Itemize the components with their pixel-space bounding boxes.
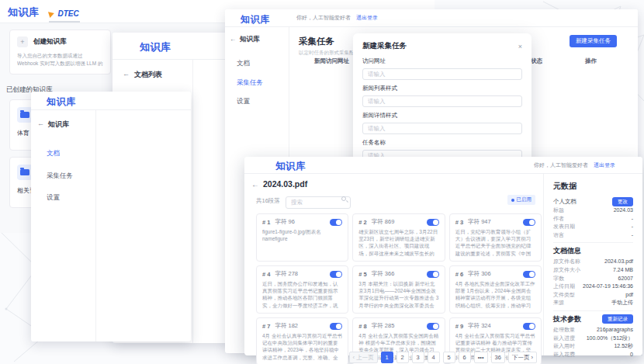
pagination-next[interactable]: 下一页 › (508, 352, 537, 363)
close-icon[interactable]: × (518, 43, 522, 50)
doc-list-back-label[interactable]: 文档列表 (134, 70, 162, 80)
create-kb-card[interactable]: + 创建知识库 导入您自己的文本数据或通过 Webhook 实时写入数据以增强 … (9, 29, 111, 75)
screen-d-topbar: 知识库 你好，人工智能爱好者 退出登录 (225, 9, 638, 27)
segment-toggle[interactable] (427, 219, 439, 226)
pagination-ellipsis[interactable]: ••• (474, 352, 488, 363)
app-logo-text: 知识库 (275, 160, 306, 173)
segments-main: ← 2024.03.pdf 共16段落 已启用 # 1字符 96 figure1… (244, 174, 543, 355)
segment-card[interactable]: # 3字符 947 近日，党纪学习教育领导小组（扩大）会议强调，要深入学习贯彻习… (449, 213, 542, 262)
new-collect-task-button[interactable]: 新建采集任务 (570, 35, 617, 47)
table-col-status: 状态 (531, 57, 542, 65)
segment-toggle[interactable] (330, 323, 342, 330)
enabled-filter-label: 已启用 (517, 196, 532, 203)
segment-card[interactable]: # 6字符 306 4月 各地扎实推进全面深化改革工作部署 1月份以来，2024… (449, 265, 542, 314)
screenshot-c-window: 知识库 ← 知识库 文档 采集任务 设置 (31, 92, 191, 341)
field-label-task-name: 任务名称 (362, 139, 522, 147)
segment-chars: 字符 96 (275, 218, 294, 226)
pagination-page-3[interactable]: 3 (412, 352, 424, 363)
back-arrow-icon[interactable]: ← (230, 35, 237, 43)
logo-wordmark: DTEC (57, 9, 78, 18)
re-embed-button[interactable]: 重新记录 (602, 314, 633, 324)
pagination-page-last[interactable]: 36 (491, 352, 505, 363)
app-logo-text: 知识库 (241, 13, 270, 26)
segment-text: 近日，国务院办公厅印发通知，认真贯彻落实习近平总书记重要指示精神，推动各地区各部… (262, 280, 342, 309)
segment-number: # 7 (262, 323, 270, 330)
pagination-page-6[interactable]: 6 (459, 352, 471, 363)
detail-style-field[interactable] (362, 123, 522, 134)
doc-info-title: 文档信息 (553, 246, 633, 256)
sidebar-item-collect-tasks[interactable]: 采集任务 (47, 172, 73, 181)
meta-value: 手动上传 (611, 299, 633, 307)
segment-toggle[interactable] (427, 323, 439, 330)
kb-back-label[interactable]: 知识库 (240, 35, 260, 44)
pagination-page-4[interactable]: 4 (428, 352, 440, 363)
company-logo: DTEC (49, 6, 80, 23)
logo-arrow-icon (48, 10, 55, 18)
meta-key: 作者 (553, 215, 564, 224)
meta-key: 嵌入花费 (553, 351, 575, 359)
meta-value: 62007 (618, 275, 633, 283)
modal-title: 新建采集任务 (362, 41, 407, 51)
meta-value: 2024-07-19 15:46:36 (583, 283, 633, 291)
pagination-page-5[interactable]: 5 (443, 352, 455, 363)
meta-key: 上传日期 (553, 283, 575, 291)
segment-toggle[interactable] (523, 219, 535, 226)
segment-card[interactable]: # 1字符 96 figure1-figure-0.jpg/图表名 namefi… (256, 213, 348, 262)
segment-toggle[interactable] (523, 323, 535, 330)
segment-text: 雄安新区设立七周年之际，3月22日至23日，新华社调研组走进雄安新区，深入街巷社… (358, 228, 438, 257)
sidebar-divider (95, 110, 96, 341)
meta-value: 100.00%（512段） (587, 335, 633, 343)
back-arrow-icon[interactable]: ← (123, 70, 130, 78)
back-arrow-icon[interactable]: ← (37, 120, 44, 127)
sidebar-item-docs[interactable]: 文档 (237, 59, 250, 68)
meta-value: - (632, 223, 633, 231)
segment-card[interactable]: # 4字符 278 近日，国务院办公厅印发通知，认真贯彻落实习近平总书记重要指示… (256, 265, 348, 314)
logout-link[interactable]: 退出登录 (356, 14, 378, 22)
segment-toggle[interactable] (330, 219, 342, 226)
doc-type-label: 个人文档 (553, 198, 576, 206)
change-doc-type-button[interactable]: 更改 (612, 197, 633, 206)
segment-count: 共16段落 (256, 197, 280, 205)
metadata-panel: 元数据 个人文档 更改 标题2024.03 作者- 发表日期- 语言- 文档信息… (544, 174, 642, 355)
segment-card[interactable]: # 2字符 869 雄安新区设立七周年之际，3月22日至23日，新华社调研组走进… (352, 213, 445, 262)
segment-toggle[interactable] (523, 271, 535, 278)
pagination-page-2[interactable]: 2 (396, 352, 409, 363)
screenshot-e-window: 知识库 你好，人工智能爱好者 退出登录 ← 2024.03.pdf 共16段落 … (244, 157, 642, 355)
sidebar-item-settings[interactable]: 设置 (237, 97, 250, 106)
url-field[interactable] (362, 68, 522, 80)
sidebar-item-collect-tasks[interactable]: 采集任务 (237, 78, 263, 88)
meta-value: 0 (630, 351, 633, 359)
table-col-action: 操作 (585, 57, 597, 65)
segment-text: figure1-figure-0.jpg/图表名 namefigure (262, 228, 342, 242)
meta-value: 2024.03.pdf (604, 258, 633, 266)
search-box (286, 193, 351, 206)
sidebar-item-docs[interactable]: 文档 (47, 149, 60, 158)
kb-back-label[interactable]: 知识库 (48, 120, 69, 130)
create-kb-title: 创建知识库 (33, 37, 67, 47)
dot-icon (511, 199, 514, 202)
segment-chars: 字符 869 (372, 218, 395, 226)
sidebar-item-settings[interactable]: 设置 (47, 193, 60, 203)
meta-value: 2024.03 (614, 206, 633, 215)
segment-text: 4月 各地扎实推进全面深化改革工作部署 1月份以来，2024年全国两会精神宣讲活… (455, 280, 535, 309)
enabled-filter-chip[interactable]: 已启用 (507, 195, 536, 205)
segment-number: # 6 (455, 271, 463, 278)
logout-link[interactable]: 退出登录 (594, 161, 615, 169)
screen-c-topbar: 知识库 (31, 92, 191, 110)
pagination: ‹ 上一页 1 2 3 4 5 6 ••• 36 下一页 › (244, 352, 537, 363)
segment-number: # 3 (455, 219, 463, 226)
back-arrow-icon[interactable]: ← (251, 180, 259, 189)
segment-chars: 字符 285 (372, 322, 395, 330)
segment-toggle[interactable] (427, 271, 439, 278)
meta-value: - (632, 215, 633, 224)
segments-grid: # 1字符 96 figure1-figure-0.jpg/图表名 namefi… (256, 213, 542, 364)
create-kb-description: 导入您自己的文本数据或通过 Webhook 实时写入数据以增强 LLM 的上下文… (17, 52, 103, 67)
divider (553, 242, 633, 243)
pagination-page-1[interactable]: 1 (381, 352, 393, 363)
meta-key: 语言 (553, 231, 564, 240)
segment-text: 3月 本期关注：以旧换新 新华社北京3月1日电——2024年全国国企改革深化提升… (358, 280, 438, 309)
segment-card[interactable]: # 5字符 366 3月 本期关注：以旧换新 新华社北京3月1日电——2024年… (352, 265, 445, 314)
segment-toggle[interactable] (330, 271, 342, 278)
list-style-field[interactable] (362, 95, 522, 107)
folder-icon (17, 165, 33, 180)
